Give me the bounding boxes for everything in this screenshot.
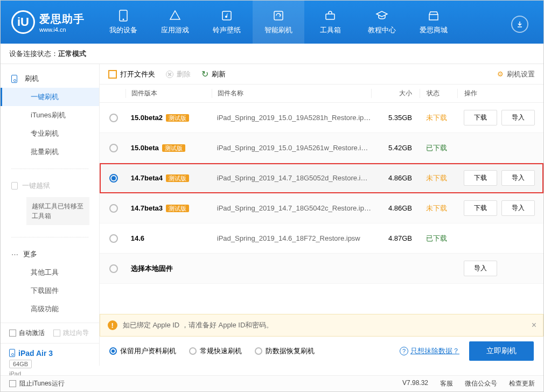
import-button[interactable]: 导入 (501, 110, 535, 125)
nav-my-device[interactable]: 我的设备 (97, 1, 149, 44)
brand-url: www.i4.cn (39, 26, 85, 33)
nav-label: 教程中心 (368, 25, 396, 35)
footer-link-support[interactable]: 客服 (440, 379, 453, 388)
nav-label: 爱思商城 (420, 25, 448, 35)
gear-icon: ⚙ (497, 70, 504, 78)
sidebar-item-batch-flash[interactable]: 批量刷机 (1, 143, 99, 161)
sidebar-item-other-tools[interactable]: 其他工具 (1, 263, 99, 282)
sidebar: 刷机 一键刷机 iTunes刷机 专业刷机 批量刷机 一键越狱 越狱工具已转移至… (1, 64, 100, 366)
flash-icon (272, 9, 285, 22)
open-folder-button[interactable]: 打开文件夹 (108, 69, 155, 79)
nav-tutorials[interactable]: 教程中心 (356, 1, 408, 44)
firmware-status: 未下载 (420, 204, 457, 213)
apps-icon (169, 9, 182, 22)
download-button[interactable] (511, 16, 528, 33)
logo-icon: iU (11, 10, 35, 34)
table-row[interactable]: 14.6iPad_Spring_2019_14.6_18F72_Restore.… (100, 223, 543, 254)
footer-link-update[interactable]: 检查更新 (509, 379, 535, 388)
footer-link-wechat[interactable]: 微信公众号 (465, 379, 497, 388)
row-radio[interactable] (109, 264, 118, 273)
firmware-status: 未下载 (420, 113, 457, 123)
help-icon: ? (400, 347, 408, 355)
option-label: 常规快速刷机 (200, 346, 242, 356)
flash-option[interactable]: 防数据恢复刷机 (255, 346, 315, 356)
row-radio[interactable] (109, 174, 118, 183)
block-itunes-checkbox[interactable]: 阻止iTunes运行 (9, 379, 65, 388)
row-radio[interactable] (109, 204, 118, 213)
col-version[interactable]: 固件版本 (125, 89, 212, 98)
download-button[interactable]: 下载 (464, 200, 497, 216)
nav-ringtones[interactable]: 铃声壁纸 (201, 1, 253, 44)
import-button[interactable]: 导入 (464, 261, 497, 276)
erase-data-link[interactable]: ?只想抹除数据？ (400, 346, 459, 356)
radio-icon (109, 347, 117, 355)
sidebar-flash-title[interactable]: 刷机 (1, 69, 99, 88)
import-button[interactable]: 导入 (501, 200, 535, 216)
flash-settings-button[interactable]: ⚙刷机设置 (497, 69, 535, 79)
nav-apps[interactable]: 应用游戏 (149, 1, 201, 44)
firmware-name: iPad_Spring_2019_15.0_19A5281h_Restore.i… (212, 114, 371, 122)
col-status[interactable]: 状态 (420, 89, 457, 98)
delete-icon (166, 71, 173, 78)
nav-toolbox[interactable]: 工具箱 (304, 1, 356, 44)
sidebar-more-title[interactable]: ⋯ 更多 (1, 245, 99, 263)
col-actions[interactable]: 操作 (457, 89, 543, 98)
sidebar-item-pro-flash[interactable]: 专业刷机 (1, 124, 99, 143)
firmware-size: 5.35GB (371, 114, 420, 122)
app-footer: 阻止iTunes运行 V7.98.32 客服 微信公众号 检查更新 (1, 375, 543, 391)
firmware-name: iPad_Spring_2019_14.7_18G5042c_Restore.i… (212, 204, 371, 212)
nav-store[interactable]: 爱思商城 (408, 1, 459, 44)
skip-guide-checkbox[interactable]: 跳过向导 (53, 328, 89, 338)
firmware-status: 未下载 (420, 173, 457, 183)
table-row[interactable]: 15.0beta2测试版iPad_Spring_2019_15.0_19A528… (100, 103, 543, 133)
nav-label: 应用游戏 (161, 25, 189, 35)
beta-tag: 测试版 (162, 144, 185, 152)
firmware-version: 14.7beta4 (131, 174, 163, 182)
download-button[interactable]: 下载 (464, 170, 497, 186)
flash-option[interactable]: 常规快速刷机 (189, 346, 242, 356)
brand-name: 爱思助手 (39, 12, 85, 26)
firmware-version: 15.0beta2 (131, 114, 163, 122)
nav-flash[interactable]: 智能刷机 (253, 1, 304, 44)
table-row[interactable]: 14.7beta4测试版iPad_Spring_2019_14.7_18G505… (100, 163, 543, 193)
sidebar-item-advanced[interactable]: 高级功能 (1, 300, 99, 318)
flash-now-button[interactable]: 立即刷机 (469, 341, 534, 361)
content: 打开文件夹 删除 ↻刷新 ⚙刷机设置 固件版本 固件名称 大小 状态 操作 15… (100, 64, 543, 366)
table-row[interactable]: 选择本地固件导入 (100, 254, 543, 284)
device-icon (117, 9, 130, 22)
radio-icon (255, 347, 262, 355)
refresh-button[interactable]: ↻刷新 (201, 69, 226, 79)
sidebar-item-one-click-flash[interactable]: 一键刷机 (1, 88, 99, 106)
flash-option[interactable]: 保留用户资料刷机 (109, 346, 176, 356)
row-radio[interactable] (109, 144, 118, 152)
table-header: 固件版本 固件名称 大小 状态 操作 (100, 85, 543, 103)
svg-rect-5 (429, 15, 438, 20)
firmware-size: 4.86GB (371, 204, 420, 212)
sidebar-jailbreak-title: 一键越狱 (1, 177, 99, 195)
svg-rect-3 (274, 11, 283, 20)
alert-close-button[interactable]: × (532, 320, 536, 330)
row-radio[interactable] (109, 114, 118, 122)
toolbox-icon (324, 9, 337, 22)
row-radio[interactable] (109, 234, 118, 243)
firmware-version: 选择本地固件 (131, 264, 173, 272)
more-icon: ⋯ (11, 250, 19, 258)
download-button[interactable]: 下载 (464, 110, 497, 125)
firmware-size: 4.87GB (371, 234, 420, 242)
music-icon (220, 9, 233, 22)
col-size[interactable]: 大小 (371, 89, 420, 98)
status-value: 正常模式 (58, 49, 86, 59)
table-row[interactable]: 14.7beta3测试版iPad_Spring_2019_14.7_18G504… (100, 193, 543, 223)
sidebar-item-itunes-flash[interactable]: iTunes刷机 (1, 106, 99, 124)
sidebar-item-download-firmware[interactable]: 下载固件 (1, 282, 99, 300)
nav-label: 智能刷机 (264, 25, 292, 35)
auto-activate-checkbox[interactable]: 自动激活 (9, 328, 45, 338)
col-name[interactable]: 固件名称 (212, 89, 371, 98)
import-button[interactable]: 导入 (501, 170, 535, 186)
table-row[interactable]: 15.0beta测试版iPad_Spring_2019_15.0_19A5261… (100, 133, 543, 163)
jailbreak-notice: 越狱工具已转移至工具箱 (26, 197, 89, 225)
beta-tag: 测试版 (166, 174, 189, 182)
delete-button[interactable]: 删除 (166, 69, 191, 79)
lock-icon (11, 182, 18, 190)
logo[interactable]: iU 爱思助手 www.i4.cn (11, 10, 97, 34)
